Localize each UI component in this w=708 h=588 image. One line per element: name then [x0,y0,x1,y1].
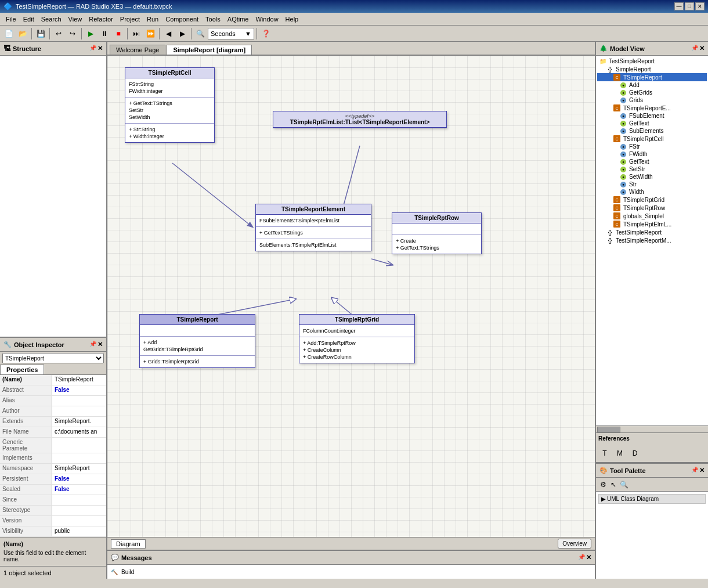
uml-box-tsimplerptcell[interactable]: TSimpleRptCellFStr:StringFWidth:integer+… [125,67,215,143]
mv-pin-button[interactable]: 📌 [691,45,698,52]
tp-find-btn[interactable]: 🔍 [619,480,628,489]
diagram-area[interactable]: TSimpleRptCellFStr:StringFWidth:integer+… [107,56,595,537]
tree-item-setwidth[interactable]: ●SetWidth [597,173,707,181]
tp-search-btn[interactable]: ⚙ [598,480,608,489]
messages-close-button[interactable]: ✕ [586,554,591,561]
menu-item-search[interactable]: Search [38,15,65,24]
prop-value[interactable] [52,453,106,463]
menu-item-component[interactable]: Component [162,15,202,24]
prop-value[interactable]: TSimpleReport [52,375,106,385]
tp-section-header[interactable]: ▶ UML Class Diagram [598,494,706,504]
mv-btn1[interactable]: T [598,447,611,460]
tp-pin-button[interactable]: 📌 [691,467,698,474]
mv-scrollbar[interactable] [596,425,708,432]
new-button[interactable]: 📄 [2,27,15,40]
tree-item-tsimplerptelml---[interactable]: CTSimpleRptElmL... [597,220,707,228]
step2-button[interactable]: ⏩ [144,27,157,40]
uml-box-tsimplerptelmlist[interactable]: <<typedef>>TSimpleRptElmList:TList<TSimp… [273,111,447,128]
pause-button[interactable]: ⏸ [98,27,111,40]
prop-value[interactable]: SimpleReport. [52,417,106,427]
prop-value[interactable] [52,406,106,416]
messages-pin-button[interactable]: 📌 [578,554,585,561]
tree-item-testsimplereport[interactable]: 📁TestSimpleReport [597,57,707,65]
prop-value[interactable]: False [52,474,106,484]
redo-button[interactable]: ↪ [66,27,79,40]
tree-item-gettext[interactable]: ●GetText [597,120,707,127]
tab-0[interactable]: Welcome Page [110,45,165,55]
menu-item-run[interactable]: Run [143,15,162,24]
tab-properties[interactable]: Properties [0,365,44,374]
mv-close-button[interactable]: ✕ [699,45,705,52]
close-button[interactable]: ✕ [695,2,705,10]
menu-item-view[interactable]: View [65,15,86,24]
fwd-button[interactable]: ▶ [176,27,189,40]
tree-item-str[interactable]: ●Str [597,181,707,188]
tree-item-fstr[interactable]: ●FStr [597,143,707,150]
oi-pin-button[interactable]: 📌 [89,341,96,348]
minimize-button[interactable]: — [674,2,684,10]
back-button[interactable]: ◀ [162,27,175,40]
prop-value[interactable] [52,516,106,526]
tree-item-getgrids[interactable]: ●GetGrids [597,89,707,96]
tree-item-tsimplereport[interactable]: CTSimpleReport [597,73,707,81]
prop-value[interactable] [52,506,106,515]
prop-value[interactable]: c:\documents an [52,427,106,437]
menu-item-help[interactable]: Help [282,15,302,24]
tree-item-add[interactable]: ●Add [597,81,707,89]
prop-value[interactable]: SimpleReport [52,464,106,474]
tree-item-testsimplereport[interactable]: {}TestSimpleReport [597,228,707,236]
tree-item-simplereport[interactable]: {}SimpleReport [597,65,707,73]
tree-item-width[interactable]: ●Width [597,188,707,196]
menu-item-refactor[interactable]: Refactor [85,15,117,24]
uml-box-tsimplereportelement[interactable]: TSimpleReportElementFSubElements:TSimple… [255,204,371,251]
structure-pin-button[interactable]: 📌 [89,45,96,52]
tree-item-subelements[interactable]: ●SubElements [597,127,707,135]
tree-item-tsimplereporte---[interactable]: CTSimpleReportE... [597,104,707,112]
mv-scroll-thumb[interactable] [597,427,620,432]
menu-item-file[interactable]: File [2,15,20,24]
tree-item-tsimplerptcell[interactable]: CTSimpleRptCell [597,135,707,143]
menu-item-tools[interactable]: Tools [202,15,224,24]
step-button[interactable]: ⏭ [130,27,143,40]
prop-value[interactable] [52,396,106,406]
uml-box-tsimplerptgrid[interactable]: TSimpleRptGridFColumnCount:integer+ Add:… [299,314,415,363]
seconds-dropdown[interactable]: Seconds ▼ [208,28,254,39]
prop-value[interactable] [52,495,106,505]
oi-class-select[interactable]: TSimpleReport [2,353,104,363]
prop-value[interactable] [52,438,106,453]
uml-box-tsimplerptrow[interactable]: TSimpleRptRow+ Create+ GetText:TStrings [392,212,482,254]
oi-close-button[interactable]: ✕ [97,341,103,348]
save-button[interactable]: 💾 [34,27,47,40]
tp-cursor-btn[interactable]: ↖ [609,480,618,489]
undo-button[interactable]: ↩ [52,27,65,40]
search-toolbar-button[interactable]: 🔍 [194,27,207,40]
tree-item-grids[interactable]: ●Grids [597,96,707,104]
prop-value[interactable]: False [52,485,106,495]
open-button[interactable]: 📂 [16,27,29,40]
mv-btn2[interactable]: M [613,447,626,460]
tab-1[interactable]: SimpleReport [diagram] [167,45,252,55]
diagram-tab-diagram[interactable]: Diagram [111,539,146,549]
prop-value[interactable]: False [52,385,106,395]
tree-item-gettext[interactable]: ●GetText [597,158,707,165]
tree-item-globals-simplel[interactable]: Cglobals_Simplel [597,212,707,220]
tree-item-fwidth[interactable]: ●FWidth [597,150,707,158]
menu-item-edit[interactable]: Edit [20,15,38,24]
stop-button[interactable]: ■ [112,27,125,40]
tree-item-setstr[interactable]: ●SetStr [597,165,707,173]
run-button[interactable]: ▶ [84,27,97,40]
tree-item-fsubelement[interactable]: ●FSubElement [597,112,707,120]
uml-box-tsimplereport[interactable]: TSimpleReport+ Add GetGrids:TSimpleRptGr… [139,314,255,368]
tree-item-tsimplerptgrid[interactable]: CTSimpleRptGrid [597,196,707,204]
tree-item-tsimplerptrow[interactable]: CTSimpleRptRow [597,204,707,212]
menu-item-aqtime[interactable]: AQtime [224,15,252,24]
help-button[interactable]: ❓ [259,27,272,40]
structure-close-button[interactable]: ✕ [97,45,103,52]
tree-item-testsimplereportm---[interactable]: {}TestSimpleReportM... [597,236,707,244]
maximize-button[interactable]: □ [685,2,694,10]
menu-item-window[interactable]: Window [252,15,281,24]
mv-btn3[interactable]: D [628,447,641,460]
overview-button[interactable]: Overview [558,539,591,549]
menu-item-project[interactable]: Project [117,15,143,24]
tp-close-button[interactable]: ✕ [699,467,705,474]
